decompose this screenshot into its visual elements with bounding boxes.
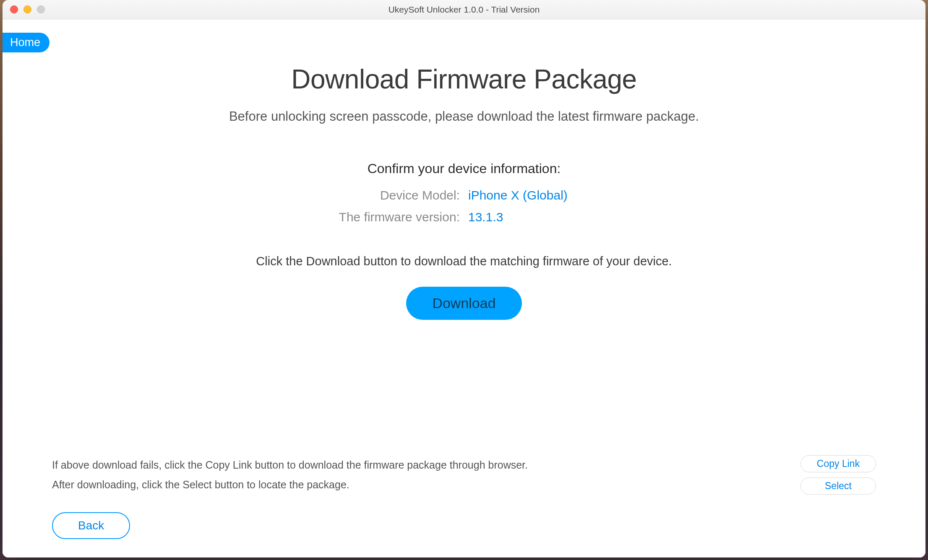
copy-link-label: Copy Link	[817, 458, 860, 469]
app-window: UkeySoft Unlocker 1.0.0 - Trial Version …	[3, 0, 925, 557]
help-text: If above download fails, click the Copy …	[52, 459, 528, 491]
page-subtitle: Before unlocking screen passcode, please…	[3, 95, 925, 124]
download-instruction: Click the Download button to download th…	[3, 224, 925, 268]
firmware-version-row: The firmware version: 13.1.3	[3, 210, 925, 224]
select-button[interactable]: Select	[800, 477, 876, 495]
traffic-lights	[10, 5, 45, 13]
help-section: If above download fails, click the Copy …	[3, 455, 925, 495]
home-button[interactable]: Home	[3, 33, 50, 52]
device-model-label: Device Model:	[267, 188, 460, 202]
maximize-icon	[37, 5, 45, 13]
back-label: Back	[78, 519, 104, 532]
side-buttons: Copy Link Select	[800, 455, 876, 495]
firmware-version-value[interactable]: 13.1.3	[468, 210, 661, 224]
device-model-row: Device Model: iPhone X (Global)	[3, 188, 925, 202]
device-model-value[interactable]: iPhone X (Global)	[468, 188, 661, 202]
minimize-icon[interactable]	[23, 5, 31, 13]
titlebar: UkeySoft Unlocker 1.0.0 - Trial Version	[3, 0, 925, 19]
download-button-wrap: Download	[3, 268, 925, 320]
close-icon[interactable]	[10, 5, 18, 13]
download-button[interactable]: Download	[406, 287, 521, 320]
device-info: Device Model: iPhone X (Global) The firm…	[3, 176, 925, 224]
select-label: Select	[825, 480, 852, 491]
confirm-heading: Confirm your device information:	[3, 124, 925, 176]
help-line-1: If above download fails, click the Copy …	[52, 459, 528, 471]
page-title: Download Firmware Package	[3, 19, 925, 95]
download-label: Download	[432, 295, 495, 311]
home-label: Home	[10, 36, 40, 49]
content-area: Home Download Firmware Package Before un…	[3, 19, 925, 557]
help-line-2: After downloading, click the Select butt…	[52, 479, 528, 491]
firmware-version-label: The firmware version:	[267, 210, 460, 224]
window-title: UkeySoft Unlocker 1.0.0 - Trial Version	[3, 5, 925, 15]
back-button[interactable]: Back	[52, 512, 130, 539]
copy-link-button[interactable]: Copy Link	[800, 455, 876, 472]
